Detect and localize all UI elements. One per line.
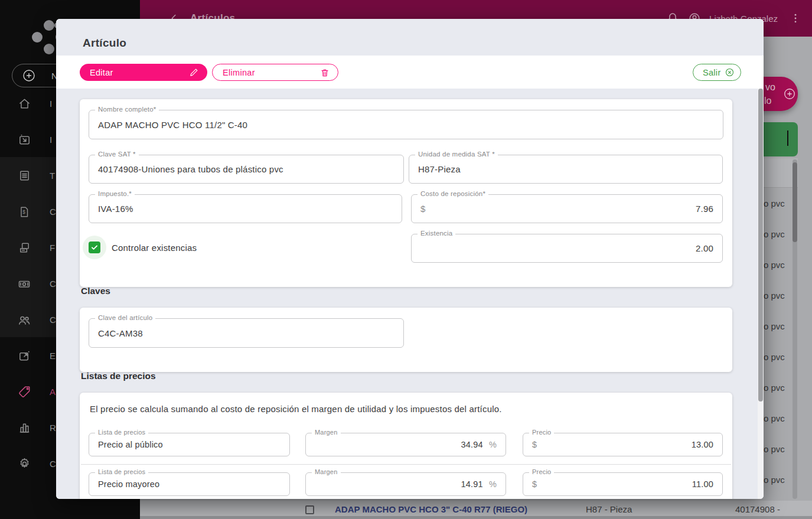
new-article-label-fragment: lo [764, 96, 771, 106]
home-icon [17, 97, 31, 111]
sidebar-item-label-fragment: T [50, 171, 55, 181]
precio-field[interactable]: Precio$13.00 [523, 433, 723, 456]
sidebar-item-label-fragment: C [50, 279, 56, 289]
sidebar-item-label-fragment: I [50, 99, 52, 109]
claves-card: Clave del artículo C4C-AM38 [80, 308, 732, 372]
precio-field[interactable]: Precio$11.00 [523, 472, 723, 496]
pricing-card: El precio se calcula sumando al costo de… [80, 393, 732, 499]
sidebar-item-label-fragment: C [50, 459, 56, 469]
pricing-note: El precio se calcula sumando al costo de… [90, 404, 502, 414]
receipt-printer-icon [17, 241, 31, 255]
text-cursor [787, 130, 788, 146]
modal-toolbar: Editar Eliminar Salir [56, 56, 764, 89]
sidebar-item-label-fragment: I [50, 135, 52, 145]
edit-button[interactable]: Editar [80, 64, 207, 81]
modal-body: Nombre completo* ADAP MACHO PVC HCO 11/2… [56, 89, 764, 499]
delete-button[interactable]: Eliminar [212, 64, 338, 81]
pricing-divider [81, 464, 731, 465]
pencil-icon [189, 67, 199, 77]
trash-icon [320, 68, 330, 77]
svg-text:$: $ [22, 210, 25, 215]
unidad-medida-field[interactable]: Unidad de medida SAT * H87-Pieza [409, 155, 723, 184]
bar-chart-icon [17, 421, 31, 435]
table-row-fragment: o pvc [764, 311, 792, 341]
exit-button[interactable]: Salir [693, 64, 741, 81]
modal-title: Artículo [83, 37, 126, 50]
close-circle-icon [725, 67, 735, 77]
background-table-rows: o pvco pvco pvco pvco pvco pvco pvco pvc… [764, 188, 792, 499]
article-link[interactable]: ADAP MACHO PVC HCO 3" C-40 R77 (RIEGO) [335, 504, 527, 514]
plus-circle-icon [783, 87, 796, 103]
nombre-completo-field[interactable]: Nombre completo* ADAP MACHO PVC HCO 11/2… [89, 110, 723, 139]
existencia-field[interactable]: Existencia 2.00 [411, 234, 723, 263]
page-scrollbar[interactable] [793, 159, 797, 499]
table-row-fragment: o pvc [764, 341, 792, 372]
gear-icon [17, 457, 31, 471]
table-row-divider [140, 516, 812, 519]
people-icon [17, 313, 31, 327]
new-article-label-fragment: vo [765, 82, 775, 93]
general-card: Nombre completo* ADAP MACHO PVC HCO 11/2… [80, 99, 732, 287]
sidebar-item-label-fragment: E [50, 351, 56, 361]
sidebar-item-label-fragment: C [50, 315, 56, 325]
tag-icon [17, 385, 31, 399]
table-row-fragment: o pvc [764, 464, 792, 495]
box-out-icon [17, 349, 31, 363]
table-row-fragment: o pvc [764, 218, 792, 249]
clave-articulo-field[interactable]: Clave del artículo C4C-AM38 [89, 318, 404, 348]
table-row-fragment: o pvc [764, 188, 792, 218]
ticket-list-icon [17, 169, 31, 183]
table-row-fragment: o pvc [764, 403, 792, 433]
section-heading-claves: Claves [81, 286, 110, 296]
document-money-icon: $ [17, 205, 31, 219]
modal-header: Artículo [56, 19, 764, 56]
table-row-fragment: o pvc [764, 249, 792, 280]
article-modal: Artículo Editar Eliminar Salir [56, 19, 764, 499]
row-checkbox[interactable] [305, 505, 314, 514]
checkbox-checked [89, 241, 100, 253]
controlar-existencias-checkbox[interactable]: Controlar existencias [83, 234, 260, 261]
table-row-fragment: o pvc [764, 280, 792, 311]
lista-precios-field[interactable]: Lista de preciosPrecio mayoreo [89, 472, 290, 496]
clave-sat-field[interactable]: Clave SAT * 40174908-Uniones para tubos … [89, 155, 404, 184]
costo-reposicion-field[interactable]: Costo de reposición* $7.96 [411, 194, 723, 223]
table-row-fragment: o pvc [764, 433, 792, 464]
screen: Artículos Lizbeth Gonzalez R [0, 0, 812, 519]
plus-circle-icon [22, 68, 36, 83]
modal-scrollbar[interactable] [758, 89, 764, 499]
row-unit: H87 - Pieza [586, 504, 632, 514]
margen-field[interactable]: Margen14.91 % [305, 472, 506, 496]
sidebar-item-label-fragment: F [50, 243, 55, 253]
lista-precios-field[interactable]: Lista de preciosPrecio al público [89, 433, 290, 456]
banknote-icon [17, 277, 31, 291]
sidebar-item-label-fragment: R [50, 423, 56, 433]
impuesto-field[interactable]: Impuesto.* IVA-16% [89, 194, 402, 223]
price-list-row: Lista de preciosPrecio mayoreo Margen14.… [80, 472, 732, 496]
inbox-in-icon [17, 133, 31, 147]
sidebar-item-label-fragment: C [50, 207, 56, 217]
margen-field[interactable]: Margen34.94 % [305, 433, 506, 456]
price-list-row: Lista de preciosPrecio al público Margen… [80, 433, 732, 456]
kebab-menu-icon[interactable] [790, 12, 801, 25]
sidebar-item-label-fragment: A [50, 387, 56, 397]
section-heading-listas: Listas de precios [81, 371, 156, 381]
table-row-fragment: o pvc [764, 372, 792, 403]
